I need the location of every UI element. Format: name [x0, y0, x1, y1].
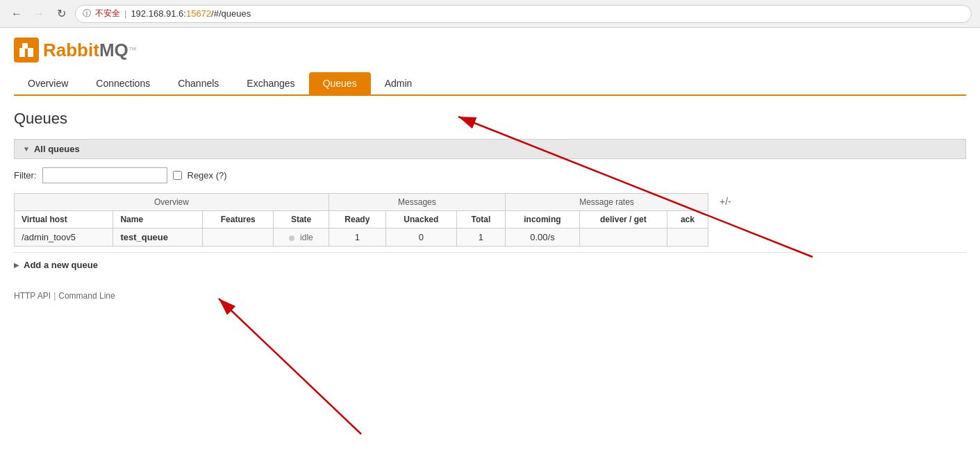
filter-label: Filter:: [14, 170, 37, 181]
col-virtual-host: Virtual host: [15, 211, 113, 228]
nav-item-admin[interactable]: Admin: [371, 72, 426, 94]
logo-tm-text: ™: [128, 45, 137, 55]
all-queues-title: All queues: [34, 144, 80, 154]
col-features: Features: [203, 211, 274, 228]
browser-bar: ← → ↻ ⓘ 不安全 | 192.168.91.6:15672/#/queue…: [0, 0, 980, 28]
col-ack: ack: [667, 211, 708, 228]
cell-total: 1: [456, 228, 505, 247]
col-header-row: Virtual host Name Features State Ready U…: [15, 211, 708, 228]
group-header-overview: Overview: [15, 194, 329, 211]
main-nav: Overview Connections Channels Exchanges …: [14, 72, 966, 96]
main-content: Queues ▼ All queues Filter: Regex (?) Ov…: [0, 96, 980, 315]
add-queue-label: Add a new queue: [24, 260, 98, 270]
filter-input[interactable]: [42, 167, 167, 183]
url-display: 192.168.91.6:15672/#/queues: [131, 8, 251, 19]
svg-rect-1: [22, 43, 28, 49]
logo-rabbit-text: Rabbit: [43, 40, 99, 61]
group-header-rates: Message rates: [506, 194, 708, 211]
address-bar[interactable]: ⓘ 不安全 | 192.168.91.6:15672/#/queues: [75, 5, 972, 23]
footer-divider: |: [53, 291, 56, 301]
forward-button[interactable]: →: [31, 6, 47, 22]
svg-rect-0: [19, 48, 25, 57]
nav-item-connections[interactable]: Connections: [82, 72, 164, 94]
group-header-row: Overview Messages Message rates: [15, 194, 708, 211]
footer-links: HTTP API | Command Line: [14, 291, 966, 301]
logo-icon: [14, 38, 39, 63]
idle-dot-icon: [289, 235, 294, 241]
col-name: Name: [113, 211, 203, 228]
collapse-triangle-icon: ▼: [23, 145, 30, 153]
svg-line-5: [219, 299, 361, 434]
col-ready: Ready: [329, 211, 385, 228]
expand-triangle-icon: ▶: [14, 261, 19, 269]
queues-table: Overview Messages Message rates Virtual …: [14, 193, 708, 247]
nav-item-overview[interactable]: Overview: [14, 72, 82, 94]
app-header: RabbitMQ™ Overview Connections Channels …: [0, 28, 980, 96]
cell-state: idle: [274, 228, 329, 247]
regex-checkbox[interactable]: [173, 171, 182, 180]
nav-item-exchanges[interactable]: Exchanges: [233, 72, 308, 94]
http-api-link[interactable]: HTTP API: [14, 291, 51, 301]
cell-incoming: 0.00/s: [506, 228, 580, 247]
cell-unacked: 0: [385, 228, 456, 247]
cell-ack: [667, 228, 708, 247]
page-wrapper: ← → ↻ ⓘ 不安全 | 192.168.91.6:15672/#/queue…: [0, 0, 980, 466]
table-wrapper: Overview Messages Message rates Virtual …: [14, 193, 966, 247]
col-deliver-get: deliver / get: [579, 211, 667, 228]
all-queues-section-header[interactable]: ▼ All queues: [14, 139, 966, 159]
col-total: Total: [456, 211, 505, 228]
cell-name[interactable]: test_queue: [113, 228, 203, 247]
cell-ready: 1: [329, 228, 385, 247]
idle-text: idle: [300, 233, 313, 242]
back-button[interactable]: ←: [8, 6, 25, 22]
col-state: State: [274, 211, 329, 228]
plus-minus-button[interactable]: +/-: [714, 193, 737, 210]
refresh-button[interactable]: ↻: [53, 6, 69, 22]
insecure-label: 不安全: [95, 8, 120, 19]
cell-features: [203, 228, 274, 247]
cell-deliver-get: [579, 228, 667, 247]
regex-label: Regex (?): [188, 170, 227, 181]
nav-item-channels[interactable]: Channels: [164, 72, 233, 94]
filter-row: Filter: Regex (?): [14, 167, 966, 183]
svg-rect-2: [28, 48, 33, 57]
nav-item-queues[interactable]: Queues: [309, 72, 371, 94]
group-header-messages: Messages: [329, 194, 505, 211]
logo: RabbitMQ™: [14, 38, 966, 63]
col-unacked: Unacked: [385, 211, 456, 228]
add-queue-section[interactable]: ▶ Add a new queue: [14, 252, 966, 277]
logo-mq-text: MQ: [99, 40, 128, 61]
command-line-link[interactable]: Command Line: [58, 291, 115, 301]
page-title: Queues: [14, 110, 966, 128]
table-row: /admin_toov5 test_queue idle 1 0 1 0.00/…: [15, 228, 708, 247]
cell-virtual-host: /admin_toov5: [15, 228, 113, 247]
col-incoming: incoming: [506, 211, 580, 228]
